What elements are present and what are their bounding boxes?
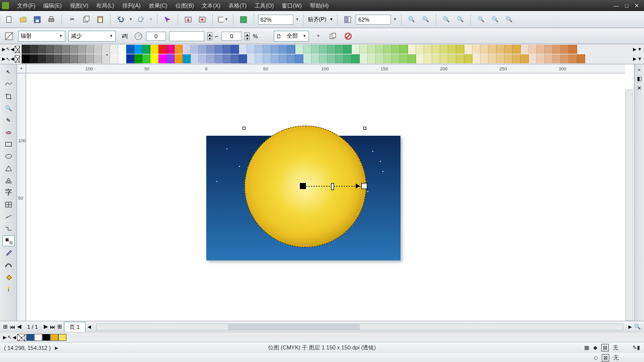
swatch[interactable] <box>408 54 416 63</box>
swatch[interactable] <box>207 54 215 63</box>
swatch[interactable] <box>86 45 94 54</box>
palette2-pick-icon[interactable]: ↖ <box>6 56 10 62</box>
rectangle-tool[interactable] <box>3 139 15 150</box>
redo-dd[interactable]: ▼ <box>149 17 153 22</box>
selection-handle-tl[interactable] <box>243 127 246 130</box>
palette-play-icon[interactable]: ▶ <box>2 47 6 52</box>
swatch[interactable] <box>295 54 303 63</box>
swatch[interactable] <box>94 45 102 54</box>
zoom-in-button[interactable]: 🔍 <box>406 14 418 26</box>
swatch[interactable] <box>328 45 336 54</box>
new-button[interactable] <box>3 14 15 26</box>
swatch[interactable] <box>456 54 464 63</box>
page-next-icon[interactable]: ▶ <box>44 323 48 330</box>
swatch[interactable] <box>30 45 38 54</box>
search-button[interactable] <box>162 14 174 26</box>
swatch[interactable] <box>215 45 223 54</box>
swatch[interactable] <box>46 54 54 63</box>
swatch[interactable] <box>22 45 30 54</box>
pick-tool[interactable]: ↖ <box>3 66 15 77</box>
swatch[interactable] <box>134 45 142 54</box>
swatch[interactable] <box>183 54 191 63</box>
swatch[interactable] <box>158 45 167 54</box>
swatch[interactable] <box>207 45 215 54</box>
swatch[interactable] <box>142 45 150 54</box>
zoom-width-button[interactable]: 🔍 <box>489 14 501 26</box>
swatch[interactable] <box>464 54 472 63</box>
eyedropper-tool[interactable] <box>3 247 15 258</box>
no-color-swatch[interactable] <box>15 46 20 53</box>
menu-help[interactable]: 帮助(H) <box>306 2 333 10</box>
swatch[interactable] <box>432 45 440 54</box>
swatch[interactable] <box>553 54 561 63</box>
spinner-up[interactable]: ▲ <box>207 32 212 36</box>
swatch[interactable] <box>70 45 78 54</box>
text-tool[interactable]: 字 <box>3 187 15 198</box>
polygon-tool[interactable] <box>3 163 15 174</box>
swatch[interactable] <box>215 54 223 63</box>
menu-effects[interactable]: 效果(C) <box>145 2 172 10</box>
copy-button[interactable] <box>80 14 92 26</box>
export-button[interactable] <box>196 14 208 26</box>
swatch[interactable] <box>239 54 247 63</box>
swatch[interactable] <box>118 45 126 54</box>
menu-layout[interactable]: 布局(L) <box>92 2 118 10</box>
options-button[interactable] <box>342 14 354 26</box>
swatch[interactable] <box>472 45 480 54</box>
swatch[interactable] <box>537 54 545 63</box>
swatch[interactable] <box>352 54 360 63</box>
swatch[interactable] <box>472 54 480 63</box>
zoom-page-button[interactable]: 🔍 <box>475 14 487 26</box>
swatch[interactable] <box>150 45 158 54</box>
swatch[interactable] <box>279 54 287 63</box>
swatch[interactable] <box>150 54 158 63</box>
swatch[interactable] <box>489 54 497 63</box>
page-first-icon[interactable]: ⏮ <box>10 324 15 330</box>
swatch[interactable] <box>360 45 368 54</box>
status-more-icon[interactable]: ▶ <box>55 345 58 350</box>
fill-mode-dropdown[interactable]: 减少▼ <box>68 31 116 42</box>
swatch[interactable] <box>561 54 569 63</box>
swatch[interactable] <box>384 54 392 63</box>
docpal-prev-icon[interactable]: ◀ <box>13 335 16 340</box>
swatch[interactable] <box>54 45 62 54</box>
pad-spinner-up[interactable]: ▲ <box>245 32 250 36</box>
horizontal-scrollbar[interactable] <box>96 323 623 330</box>
swatch[interactable] <box>167 45 175 54</box>
shape-tool[interactable] <box>3 78 15 89</box>
gradient-start-handle[interactable] <box>300 183 306 189</box>
menu-table[interactable]: 表格(T) <box>224 2 251 10</box>
fill-edit-button[interactable] <box>3 30 15 42</box>
swatch[interactable] <box>303 54 311 63</box>
print-button[interactable] <box>45 14 57 26</box>
smart-fill-tool[interactable] <box>3 127 15 138</box>
swatch[interactable] <box>537 45 545 54</box>
minimize-icon[interactable]: — <box>613 3 619 9</box>
menu-text[interactable]: 文本(X) <box>198 2 224 10</box>
fill-type-dropdown[interactable]: 辐射▼ <box>18 31 65 42</box>
swatch[interactable] <box>126 45 134 54</box>
swatch[interactable] <box>545 54 553 63</box>
palette-next-icon[interactable]: ▶ <box>633 47 636 52</box>
pad-input[interactable] <box>221 32 242 41</box>
swatch[interactable] <box>62 45 70 54</box>
ruler-origin[interactable]: ✦ <box>17 64 26 73</box>
swatch[interactable] <box>376 54 384 63</box>
table-tool[interactable] <box>3 199 15 210</box>
docpal-pick-icon[interactable]: ↖ <box>8 334 12 340</box>
swatch[interactable] <box>38 54 46 63</box>
outline-tool[interactable] <box>3 259 15 270</box>
swatch[interactable] <box>191 45 199 54</box>
swatch[interactable] <box>54 54 62 63</box>
swatch[interactable] <box>167 54 175 63</box>
swatch[interactable] <box>569 54 577 63</box>
swatch[interactable] <box>400 45 408 54</box>
canvas[interactable] <box>26 73 625 321</box>
swatch[interactable] <box>191 54 199 63</box>
swatch[interactable] <box>561 45 569 54</box>
swatch[interactable] <box>126 54 134 63</box>
swatch[interactable] <box>287 45 295 54</box>
swatch[interactable] <box>199 45 207 54</box>
swatch[interactable] <box>400 54 408 63</box>
zoom-tool[interactable]: 🔍 <box>3 103 15 114</box>
